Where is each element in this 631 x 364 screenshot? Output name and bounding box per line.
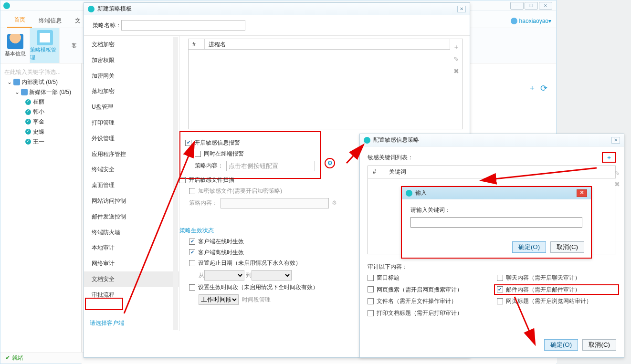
ready-check-icon: ✔ xyxy=(5,354,10,362)
online-icon xyxy=(25,139,31,145)
tree-user-1[interactable]: 韩小 xyxy=(2,107,79,117)
ok-button[interactable]: 确定(O) xyxy=(512,241,546,253)
nav-item[interactable]: 文档加密 xyxy=(84,37,179,52)
user-menu[interactable]: haoxiaoyao ▾ xyxy=(511,16,551,26)
col-index: # xyxy=(368,166,384,178)
nav-item[interactable]: 应用程序管控 xyxy=(84,146,179,162)
col-index: # xyxy=(189,39,205,49)
tree-search-input[interactable]: 在此输入关键字筛选... xyxy=(2,67,79,77)
col-keyword: 关键词 xyxy=(384,166,616,178)
add-keyword-button[interactable]: ＋ xyxy=(602,152,616,163)
online-icon xyxy=(25,109,31,115)
table-delete-icon[interactable]: ✖ xyxy=(453,67,459,76)
nav-item[interactable]: U盘管理 xyxy=(84,99,179,115)
nav-item[interactable]: 网站访问控制 xyxy=(84,193,179,209)
keyword-list-label: 敏感关键词列表： xyxy=(368,154,413,162)
collapse-icon[interactable]: ⌄ xyxy=(7,78,12,86)
nav-item[interactable]: 网络审计 xyxy=(84,256,179,271)
nav-item[interactable]: 落地加密 xyxy=(84,83,179,99)
nav-item[interactable]: 加密网关 xyxy=(84,68,179,84)
nav-item[interactable]: 终端防火墙 xyxy=(84,225,179,240)
ribbon-policy-template[interactable]: 策略模板管理 xyxy=(30,28,60,63)
dialog-titlebar[interactable]: 配置敏感信息策略 ✕ xyxy=(360,134,624,146)
table-edit-icon[interactable]: ✎ xyxy=(614,169,620,178)
to-date-select[interactable] xyxy=(252,270,292,281)
nav-item[interactable]: 外设管理 xyxy=(84,131,179,146)
online-icon xyxy=(25,129,31,135)
set-date-checkbox[interactable] xyxy=(189,260,195,266)
audit-print-title-checkbox[interactable] xyxy=(368,310,374,316)
nav-scrollbar[interactable] xyxy=(173,37,178,330)
policy-category-nav: 文档加密 加密权限 加密网关 落地加密 U盘管理 打印管理 外设管理 应用程序管… xyxy=(84,36,179,331)
nav-item[interactable]: 终端安全 xyxy=(84,162,179,177)
add-button[interactable]: + xyxy=(529,83,535,94)
gear-icon[interactable]: ⚙ xyxy=(332,199,337,207)
group-icon xyxy=(21,89,28,95)
online-icon xyxy=(25,99,31,105)
close-button[interactable]: ✕ xyxy=(539,2,552,10)
org-tree: 在此输入关键字筛选... ⌄ 内部测试 (0/5) ⌄ 新媒体一部 (0/5) … xyxy=(0,63,82,364)
online-effect-checkbox[interactable] xyxy=(189,239,195,245)
tree-user-3[interactable]: 史蝶 xyxy=(2,127,79,137)
dialog-titlebar[interactable]: 输入 ✕ xyxy=(402,187,591,199)
tree-group[interactable]: ⌄ 新媒体一部 (0/5) xyxy=(2,87,79,97)
offline-effect-checkbox[interactable] xyxy=(189,249,195,255)
enable-alert-checkbox[interactable] xyxy=(185,140,191,146)
also-terminal-checkbox[interactable] xyxy=(195,151,201,157)
audit-chat-checkbox[interactable] xyxy=(497,275,503,281)
tree-root[interactable]: ⌄ 内部测试 (0/5) xyxy=(2,77,79,87)
audit-window-title-checkbox[interactable] xyxy=(368,275,374,281)
status-text: 就绪 xyxy=(12,354,23,362)
time-range-select[interactable]: 工作时间段 xyxy=(199,294,239,305)
app-logo-icon xyxy=(3,2,10,9)
user-name: haoxiaoyao xyxy=(519,17,548,25)
table-edit-icon[interactable]: ✎ xyxy=(453,55,459,64)
enable-scan-checkbox[interactable] xyxy=(179,177,186,183)
tree-user-2[interactable]: 李金 xyxy=(2,117,79,127)
dialog-logo-icon xyxy=(88,6,95,12)
dialog-close-button[interactable]: ✕ xyxy=(611,137,620,144)
nav-item-doc-security[interactable]: 文档安全 xyxy=(84,271,179,287)
set-time-checkbox[interactable] xyxy=(189,284,195,291)
audit-web-search-checkbox[interactable] xyxy=(368,286,374,292)
collapse-icon[interactable]: ⌄ xyxy=(15,88,20,96)
from-date-select[interactable] xyxy=(204,270,244,281)
nav-item[interactable]: 打印管理 xyxy=(84,115,179,131)
dialog-close-button[interactable]: ✕ xyxy=(577,189,587,197)
keyword-input[interactable] xyxy=(410,217,582,228)
dialog-titlebar[interactable]: 新建策略模板 ✕ xyxy=(84,3,470,15)
policy-name-input[interactable] xyxy=(121,20,245,31)
audit-mail-content-checkbox[interactable] xyxy=(497,286,503,292)
configure-alert-gear-icon[interactable]: ⚙ xyxy=(325,158,335,168)
cancel-button[interactable]: 取消(C) xyxy=(582,339,616,351)
refresh-button[interactable]: ⟳ xyxy=(540,83,547,94)
nav-item[interactable]: 加密权限 xyxy=(84,52,179,68)
audit-web-title-checkbox[interactable] xyxy=(497,298,503,304)
dialog-logo-icon xyxy=(364,137,370,144)
encrypt-file-checkbox[interactable] xyxy=(189,188,195,194)
nav-item[interactable]: 桌面管理 xyxy=(84,177,179,193)
nav-item[interactable]: 本地审计 xyxy=(84,240,179,256)
clipboard-icon xyxy=(37,30,53,45)
select-client-link[interactable]: 请选择客户端 xyxy=(90,319,124,327)
sensitive-alert-section: 开启敏感信息报警 同时在终端报警 策略内容： xyxy=(179,131,321,179)
audit-filename-checkbox[interactable] xyxy=(368,298,374,304)
ok-button[interactable]: 确定(O) xyxy=(544,339,578,351)
max-button[interactable]: ☐ xyxy=(525,2,538,10)
tab-home[interactable]: 首页 xyxy=(7,13,32,28)
table-add-icon[interactable]: ＋ xyxy=(453,42,460,52)
tab-terminal-info[interactable]: 终端信息 xyxy=(32,14,68,28)
nav-item[interactable]: 邮件发送控制 xyxy=(84,209,179,225)
alert-content-input[interactable] xyxy=(226,161,315,171)
user-info-icon xyxy=(7,34,23,49)
cancel-button[interactable]: 取消(C) xyxy=(550,241,584,253)
ribbon-basic-info[interactable]: 基本信息 xyxy=(0,28,30,63)
audit-options: 窗口标题 聊天内容（需开启聊天审计） 网页搜索（需开启网页搜索审计） 邮件内容（… xyxy=(368,274,616,317)
tree-user-4[interactable]: 王一 xyxy=(2,137,79,147)
dialog-close-button[interactable]: ✕ xyxy=(457,6,466,12)
table-delete-icon[interactable]: ✖ xyxy=(614,180,620,189)
tree-user-0[interactable]: 崔丽 xyxy=(2,97,79,107)
highlight-doc-security xyxy=(85,298,123,310)
input-keyword-dialog: 输入 ✕ 请输入关键词： 确定(O) 取消(C) xyxy=(401,186,592,259)
min-button[interactable]: ─ xyxy=(510,2,524,10)
